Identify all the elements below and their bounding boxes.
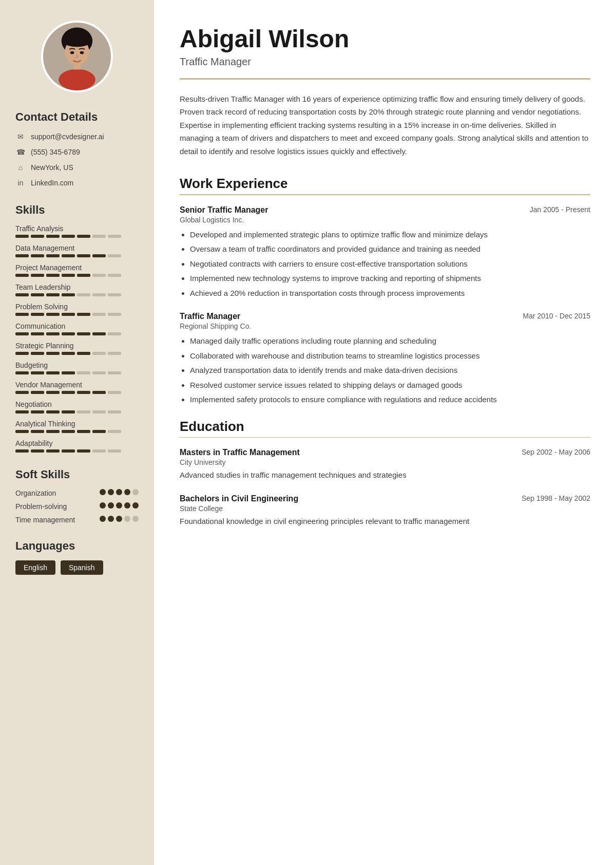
avatar: [41, 21, 113, 92]
job-bullet: Collaborated with warehouse and distribu…: [190, 350, 590, 362]
skill-segment: [92, 410, 106, 413]
soft-skill-item: Organization: [15, 489, 139, 497]
skill-bar: [15, 274, 139, 277]
skill-segment: [108, 410, 121, 413]
skill-segment: [77, 332, 90, 335]
skill-segment: [15, 293, 29, 296]
skill-segment: [46, 274, 60, 277]
skill-name: Data Management: [15, 244, 139, 252]
soft-skill-dot: [100, 489, 106, 495]
skill-bar: [15, 449, 139, 453]
soft-skill-dot: [124, 489, 130, 495]
skill-segment: [77, 274, 90, 277]
skills-title: Skills: [15, 203, 139, 217]
edu-school: City University: [180, 458, 590, 466]
skill-segment: [31, 254, 44, 257]
skill-segment: [46, 313, 60, 316]
soft-skill-dots: [100, 516, 139, 522]
soft-skill-dot: [108, 516, 114, 522]
skill-bar: [15, 430, 139, 433]
skill-segment: [31, 293, 44, 296]
job-bullets: Managed daily traffic operations includi…: [180, 335, 590, 406]
skill-segment: [46, 235, 60, 238]
skill-segment: [62, 332, 75, 335]
job-title-text: Traffic Manager: [180, 312, 240, 321]
summary: Results-driven Traffic Manager with 16 y…: [180, 92, 590, 158]
skill-name: Communication: [15, 322, 139, 330]
skill-name: Project Management: [15, 264, 139, 272]
skill-segment: [46, 254, 60, 257]
skill-segment: [62, 449, 75, 453]
skill-segment: [92, 449, 106, 453]
skill-segment: [31, 235, 44, 238]
edu-school: State College: [180, 504, 590, 513]
skill-segment: [62, 371, 75, 374]
skill-segment: [46, 352, 60, 355]
edu-divider: [180, 437, 590, 438]
contact-linkedin: in LinkedIn.com: [15, 178, 139, 188]
languages-section: Languages EnglishSpanish: [15, 539, 139, 575]
skill-segment: [77, 235, 90, 238]
skill-segment: [77, 449, 90, 453]
full-name: Abigail Wilson: [180, 26, 590, 53]
edu-entry: Bachelors in Civil EngineeringSep 1998 -…: [180, 494, 590, 528]
skill-segment: [31, 274, 44, 277]
skill-segment: [77, 391, 90, 394]
skill-segment: [92, 293, 106, 296]
location-icon: ⌂: [15, 162, 26, 173]
skill-segment: [92, 430, 106, 433]
email-icon: ✉: [15, 131, 26, 142]
skill-item: Project Management: [15, 264, 139, 277]
skill-item: Strategic Planning: [15, 342, 139, 355]
skill-segment: [92, 391, 106, 394]
soft-skills-list: OrganizationProblem-solvingTime manageme…: [15, 489, 139, 524]
skill-name: Negotiation: [15, 400, 139, 408]
soft-skill-dots: [100, 489, 139, 495]
soft-skill-dot: [116, 502, 122, 509]
contact-title: Contact Details: [15, 110, 139, 124]
skill-segment: [77, 254, 90, 257]
skill-segment: [108, 254, 121, 257]
avatar-container: [15, 21, 139, 92]
soft-skill-name: Organization: [15, 489, 100, 497]
skill-segment: [31, 332, 44, 335]
contact-section: Contact Details ✉ support@cvdesigner.ai …: [15, 110, 139, 188]
skill-segment: [108, 235, 121, 238]
job-bullet: Analyzed transportation data to identify…: [190, 365, 590, 377]
skill-item: Budgeting: [15, 361, 139, 374]
skill-segment: [31, 410, 44, 413]
skill-name: Adaptability: [15, 439, 139, 447]
skill-segment: [62, 293, 75, 296]
skill-segment: [46, 410, 60, 413]
job-date: Jan 2005 - Present: [530, 205, 590, 214]
soft-skill-dot: [116, 516, 122, 522]
contact-email: ✉ support@cvdesigner.ai: [15, 131, 139, 142]
skill-segment: [77, 410, 90, 413]
skill-bar: [15, 332, 139, 335]
skill-item: Analytical Thinking: [15, 420, 139, 433]
job-bullet: Developed and implemented strategic plan…: [190, 229, 590, 241]
soft-skill-dot: [108, 502, 114, 509]
skill-segment: [77, 293, 90, 296]
skill-bar: [15, 410, 139, 413]
name-section: Abigail Wilson Traffic Manager: [180, 26, 590, 68]
edu-description: Advanced studies in traffic management t…: [180, 469, 590, 481]
skill-segment: [77, 313, 90, 316]
job-header: Senior Traffic ManagerJan 2005 - Present: [180, 205, 590, 215]
skill-segment: [31, 449, 44, 453]
job-header: Traffic ManagerMar 2010 - Dec 2015: [180, 312, 590, 321]
skill-segment: [15, 410, 29, 413]
job-bullet: Resolved customer service issues related…: [190, 380, 590, 391]
skill-segment: [92, 254, 106, 257]
skill-segment: [31, 352, 44, 355]
skill-item: Data Management: [15, 244, 139, 257]
skill-segment: [92, 332, 106, 335]
skill-segment: [15, 391, 29, 394]
linkedin-icon: in: [15, 178, 26, 188]
skill-segment: [108, 332, 121, 335]
soft-skill-dot: [108, 489, 114, 495]
skill-segment: [108, 274, 121, 277]
skill-segment: [108, 313, 121, 316]
soft-skill-name: Problem-solving: [15, 502, 100, 511]
soft-skill-dot: [100, 502, 106, 509]
